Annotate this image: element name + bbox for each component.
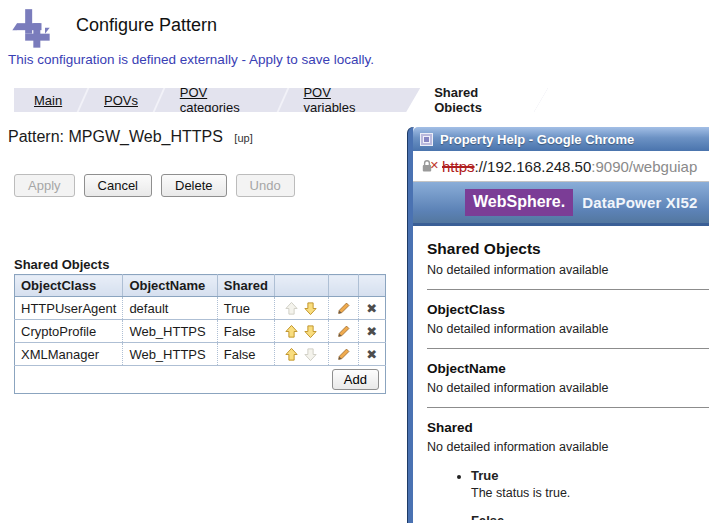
list-item: True The status is true. <box>471 468 709 500</box>
pencil-icon[interactable] <box>336 324 351 339</box>
tab-pov-categories[interactable]: POV categories <box>160 88 282 112</box>
column-delete <box>358 275 385 297</box>
table-footer-row: Add <box>15 366 386 394</box>
cell-shared: True <box>217 297 274 320</box>
help-section-shared: Shared No detailed information available <box>427 420 709 454</box>
action-toolbar: Apply Cancel Delete Undo <box>14 174 295 197</box>
up-arrow-icon[interactable] <box>284 324 299 339</box>
add-button[interactable]: Add <box>332 369 379 390</box>
delete-x-icon[interactable] <box>366 324 377 339</box>
column-actions <box>274 275 328 297</box>
pencil-icon[interactable] <box>336 347 351 362</box>
page-title: Configure Pattern <box>76 15 217 36</box>
window-title-bar[interactable]: Property Help - Google Chrome <box>413 127 709 151</box>
insecure-x-icon <box>430 159 439 172</box>
column-edit <box>328 275 358 297</box>
tab-main[interactable]: Main <box>14 88 82 112</box>
url-scheme: https <box>442 158 475 175</box>
delete-x-icon[interactable] <box>366 301 377 316</box>
cell-objectname: default <box>123 297 217 320</box>
table-row: HTTPUserAgent default True <box>15 297 386 320</box>
table-row: XMLManager Web_HTTPS False <box>15 343 386 366</box>
delete-button[interactable]: Delete <box>161 174 227 197</box>
help-section-shared-objects: Shared Objects No detailed information a… <box>427 240 709 277</box>
list-item: False The status is false. <box>471 513 709 520</box>
websphere-logo: WebSphere. <box>465 189 573 216</box>
pattern-label: Pattern: <box>8 128 64 145</box>
table-header-row: ObjectClass ObjectName Shared <box>15 275 386 297</box>
websphere-banner: WebSphere. DataPower XI52 <box>413 182 709 226</box>
cell-objectname: Web_HTTPS <box>123 320 217 343</box>
down-arrow-icon[interactable] <box>303 324 318 339</box>
shared-objects-table-title: Shared Objects <box>14 257 109 272</box>
address-bar[interactable]: https://192.168.248.50:9090/webguiap <box>413 151 709 182</box>
product-name: DataPower XI52 <box>582 194 697 211</box>
tab-povs[interactable]: POVs <box>84 88 158 112</box>
column-shared: Shared <box>217 275 274 297</box>
url-host: ://192.168.248.50 <box>475 158 592 175</box>
property-help-window: Property Help - Google Chrome https://19… <box>408 127 709 523</box>
cancel-button[interactable]: Cancel <box>84 174 152 197</box>
pattern-heading: Pattern: MPGW_Web_HTTPS [up] <box>8 128 253 146</box>
cell-shared: False <box>217 343 274 366</box>
delete-x-icon[interactable] <box>366 347 377 362</box>
tab-bar: Main POVs POV categories POV variables S… <box>14 88 548 112</box>
cell-objectclass: CryptoProfile <box>15 320 123 343</box>
window-icon <box>420 133 433 146</box>
cell-objectclass: HTTPUserAgent <box>15 297 123 320</box>
pencil-icon[interactable] <box>336 301 351 316</box>
table-row: CryptoProfile Web_HTTPS False <box>15 320 386 343</box>
url-path: :9090/webguiap <box>591 158 697 175</box>
window-title: Property Help - Google Chrome <box>440 132 634 147</box>
up-arrow-icon[interactable] <box>284 301 299 316</box>
help-content: Shared Objects No detailed information a… <box>413 226 709 520</box>
shared-objects-table: ObjectClass ObjectName Shared HTTPUserAg… <box>14 274 386 394</box>
column-objectname: ObjectName <box>123 275 217 297</box>
tab-pov-variables[interactable]: POV variables <box>283 88 398 112</box>
help-section-objectname: ObjectName No detailed information avail… <box>427 361 709 395</box>
external-config-notice: This configuration is defined externally… <box>8 52 374 67</box>
up-link[interactable]: [up] <box>234 132 252 144</box>
cell-shared: False <box>217 320 274 343</box>
cell-objectname: Web_HTTPS <box>123 343 217 366</box>
tab-shared-objects[interactable]: Shared Objects <box>406 88 548 112</box>
down-arrow-icon[interactable] <box>303 301 318 316</box>
divider <box>427 348 709 349</box>
divider <box>427 289 709 290</box>
undo-button[interactable]: Undo <box>236 174 295 197</box>
cell-objectclass: XMLManager <box>15 343 123 366</box>
apply-button[interactable]: Apply <box>14 174 75 197</box>
up-arrow-icon[interactable] <box>284 347 299 362</box>
down-arrow-icon[interactable] <box>303 347 318 362</box>
insecure-lock-icon[interactable] <box>421 159 437 174</box>
pattern-name: MPGW_Web_HTTPS <box>68 128 222 145</box>
help-section-objectclass: ObjectClass No detailed information avai… <box>427 302 709 336</box>
column-objectclass: ObjectClass <box>15 275 123 297</box>
pattern-hash-icon <box>10 8 52 50</box>
shared-values-list: True The status is true. False The statu… <box>471 468 709 520</box>
divider <box>427 407 709 408</box>
